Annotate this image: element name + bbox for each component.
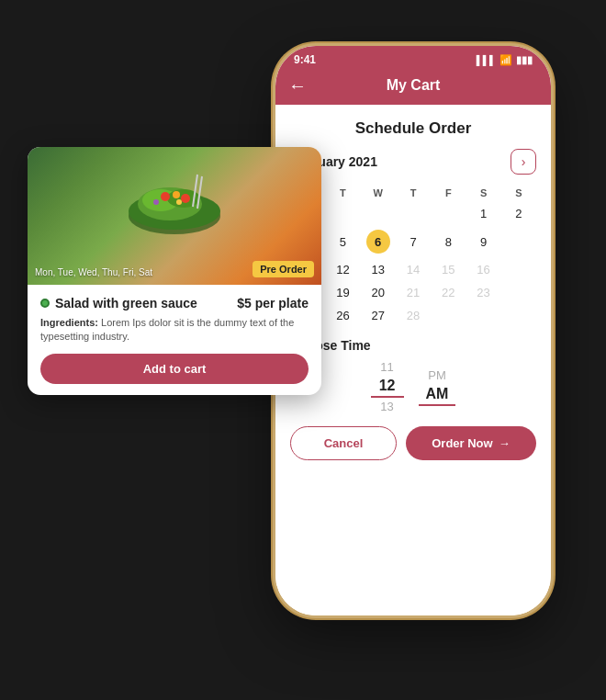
order-now-button[interactable]: Order Now →	[406, 426, 536, 460]
day-label-s2: S	[501, 184, 536, 202]
cal-day-9[interactable]: 9	[466, 225, 500, 258]
cal-day-6[interactable]: 6	[361, 225, 396, 258]
cal-day-empty-5	[431, 202, 466, 225]
cal-day-empty-3	[361, 202, 396, 225]
day-label-t1: T	[325, 184, 360, 202]
food-header: Salad with green sauce $5 per plate	[40, 296, 309, 310]
signal-icon: ▌▌▌	[477, 55, 496, 65]
schedule-title: Schedule Order	[290, 119, 536, 138]
cal-day-2[interactable]: 2	[501, 202, 536, 225]
cal-week-2: 4 5 6 7 8 9	[290, 225, 536, 258]
cal-day-22[interactable]: 22	[431, 281, 466, 304]
svg-point-8	[153, 199, 159, 205]
cancel-button[interactable]: Cancel	[290, 426, 397, 460]
cal-week-5: 25 26 27 28	[290, 304, 536, 327]
svg-point-9	[176, 199, 182, 205]
wifi-icon: 📶	[499, 54, 512, 66]
cal-day-19[interactable]: 19	[325, 281, 360, 304]
arrow-icon: →	[499, 436, 511, 450]
calendar-header-row: M T W T F S S	[290, 184, 536, 202]
food-days-label: Mon, Tue, Wed, Thu, Fri, Sat	[35, 267, 152, 277]
calendar-nav: February 2021 ›	[290, 149, 536, 175]
back-button[interactable]: ←	[288, 75, 307, 96]
cal-day-12[interactable]: 12	[325, 258, 360, 281]
time-picker: 11 12 13 PM AM	[290, 360, 536, 413]
day-label-t2: T	[396, 184, 431, 202]
status-icons: ▌▌▌ 📶 ▮▮▮	[477, 54, 533, 66]
cal-day-27[interactable]: 27	[361, 304, 396, 327]
cal-day-empty-6	[501, 225, 536, 258]
food-info: Salad with green sauce $5 per plate Ingr…	[28, 285, 321, 395]
food-bowl-image	[119, 156, 230, 248]
calendar-grid: M T W T F S S 1 2	[290, 184, 536, 327]
cal-day-1[interactable]: 1	[466, 202, 500, 225]
cal-day-empty-10	[466, 304, 500, 327]
order-now-label: Order Now	[432, 436, 492, 450]
food-pre-order-badge: Pre Order	[252, 261, 314, 277]
cal-day-14[interactable]: 14	[396, 258, 431, 281]
food-ingredients: Ingredients: Lorem Ips dolor sit is the …	[40, 316, 309, 344]
food-image: Mon, Tue, Wed, Thu, Fri, Sat Pre Order	[28, 147, 321, 285]
add-to-cart-button[interactable]: Add to cart	[40, 354, 309, 384]
cal-week-3: 11 12 13 14 15 16	[290, 258, 536, 281]
cal-day-empty-2	[325, 202, 360, 225]
cal-day-26[interactable]: 26	[325, 304, 360, 327]
svg-point-6	[173, 191, 180, 198]
food-name-row: Salad with green sauce	[40, 296, 197, 310]
cal-week-1: 1 2	[290, 202, 536, 225]
ingredients-label: Ingredients:	[40, 317, 98, 328]
hour-current[interactable]: 12	[371, 376, 404, 398]
cal-day-empty-4	[396, 202, 431, 225]
food-card: Mon, Tue, Wed, Thu, Fri, Sat Pre Order S…	[28, 147, 321, 395]
app-header: ← My Cart	[275, 70, 551, 105]
svg-point-7	[181, 194, 190, 203]
day-label-w: W	[361, 184, 396, 202]
cal-day-20[interactable]: 20	[361, 281, 396, 304]
hour-next: 13	[380, 400, 393, 413]
ampm-pm: PM	[428, 368, 446, 382]
food-price: $5 per plate	[237, 296, 309, 310]
cal-day-empty-8	[501, 281, 536, 304]
hour-prev: 11	[380, 360, 393, 374]
svg-point-5	[161, 192, 170, 201]
cal-day-23[interactable]: 23	[466, 281, 500, 304]
cal-day-21[interactable]: 21	[396, 281, 431, 304]
cal-day-today[interactable]: 6	[366, 230, 390, 254]
cal-day-8[interactable]: 8	[431, 225, 466, 258]
cal-week-4: 18 19 20 21 22 23	[290, 281, 536, 304]
veg-indicator-icon	[40, 299, 50, 308]
page-title: My Cart	[387, 77, 441, 94]
ampm-am[interactable]: AM	[419, 384, 456, 406]
cal-day-empty-7	[501, 258, 536, 281]
cal-day-28[interactable]: 28	[396, 304, 431, 327]
cal-day-13[interactable]: 13	[361, 258, 396, 281]
day-label-f: F	[431, 184, 466, 202]
hour-column[interactable]: 11 12 13	[371, 360, 404, 413]
calendar-next-button[interactable]: ›	[511, 149, 536, 175]
cal-day-empty-11	[501, 304, 536, 327]
action-buttons: Cancel Order Now →	[290, 426, 536, 460]
status-bar: 9:41 ▌▌▌ 📶 ▮▮▮	[275, 46, 551, 70]
cal-day-16[interactable]: 16	[466, 258, 500, 281]
cal-day-empty-9	[431, 304, 466, 327]
cal-day-15[interactable]: 15	[431, 258, 466, 281]
ampm-column[interactable]: PM AM	[419, 368, 456, 406]
day-label-s1: S	[466, 184, 500, 202]
cal-day-5[interactable]: 5	[325, 225, 360, 258]
battery-icon: ▮▮▮	[516, 54, 533, 66]
cal-day-7[interactable]: 7	[396, 225, 431, 258]
choose-time-title: Choose Time	[290, 338, 536, 353]
food-name: Salad with green sauce	[55, 296, 197, 310]
status-time: 9:41	[294, 53, 316, 66]
